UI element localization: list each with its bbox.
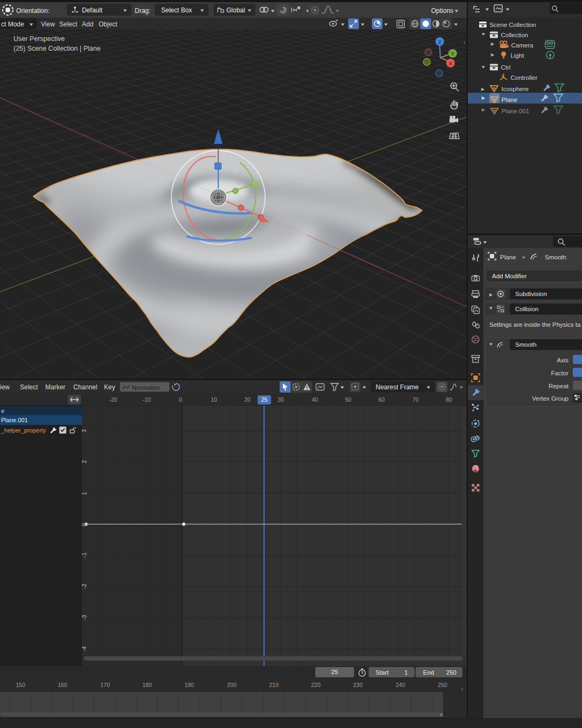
svg-text:Y: Y [451,51,454,57]
svg-text:‹: ‹ [463,39,465,45]
svg-text:Z: Z [438,39,441,45]
svg-text:X: X [449,61,452,66]
